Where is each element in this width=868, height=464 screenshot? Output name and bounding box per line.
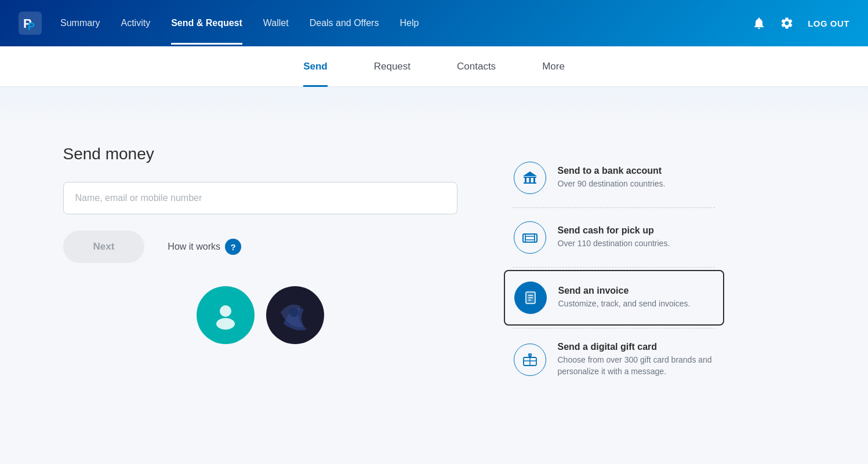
tab-more[interactable]: More xyxy=(542,46,565,87)
hero-strip xyxy=(0,87,868,122)
how-it-works-label: How it works xyxy=(168,242,220,252)
actions-row: Next How it works ? xyxy=(63,231,457,263)
svg-rect-8 xyxy=(525,178,526,182)
tab-contacts[interactable]: Contacts xyxy=(457,46,496,87)
right-panel: Send to a bank account Over 90 destinati… xyxy=(504,145,724,388)
bank-transfer-desc: Over 90 destination countries. xyxy=(558,178,666,190)
invoice-text: Send an invoice Customize, track, and se… xyxy=(558,286,691,310)
paypal-logo[interactable]: P P xyxy=(19,12,42,35)
svg-point-6 xyxy=(289,308,299,317)
separator-3 xyxy=(513,328,715,328)
logout-button[interactable]: LOG OUT xyxy=(808,19,849,28)
nav-links: Summary Activity Send & Request Wallet D… xyxy=(60,18,752,28)
bank-transfer-title: Send to a bank account xyxy=(558,166,666,176)
cash-pickup-title: Send cash for pick up xyxy=(558,225,670,236)
svg-point-4 xyxy=(216,318,235,330)
bank-transfer-text: Send to a bank account Over 90 destinati… xyxy=(558,166,666,190)
tab-send[interactable]: Send xyxy=(303,46,328,87)
page-title: Send money xyxy=(63,145,457,163)
service-invoice[interactable]: Send an invoice Customize, track, and se… xyxy=(504,270,724,326)
svg-marker-12 xyxy=(523,171,537,176)
separator-1 xyxy=(513,207,715,208)
nav-wallet[interactable]: Wallet xyxy=(263,18,289,28)
avatar-2[interactable] xyxy=(266,286,324,344)
invoice-desc: Customize, track, and send invoices. xyxy=(558,298,691,310)
main-content: Send money Next How it works ? xyxy=(28,122,840,411)
nav-summary[interactable]: Summary xyxy=(60,18,100,28)
sub-nav: Send Request Contacts More xyxy=(0,46,868,87)
cash-pickup-text: Send cash for pick up Over 110 destinati… xyxy=(558,225,670,250)
tab-request[interactable]: Request xyxy=(374,46,411,87)
top-nav: P P Summary Activity Send & Request Wall… xyxy=(0,0,868,46)
svg-rect-11 xyxy=(524,182,536,184)
cash-icon xyxy=(514,221,546,254)
svg-text:P: P xyxy=(28,21,35,32)
service-cash-pickup[interactable]: Send cash for pick up Over 110 destinati… xyxy=(504,210,724,265)
svg-rect-10 xyxy=(533,178,535,182)
nav-send-request[interactable]: Send & Request xyxy=(171,18,242,28)
service-bank-transfer[interactable]: Send to a bank account Over 90 destinati… xyxy=(504,151,724,205)
avatar-1[interactable] xyxy=(197,286,255,344)
help-icon: ? xyxy=(225,239,241,255)
nav-right-icons: LOG OUT xyxy=(752,16,849,30)
gift-card-title: Send a digital gift card xyxy=(558,342,714,352)
nav-deals[interactable]: Deals and Offers xyxy=(310,18,379,28)
gift-card-desc: Choose from over 300 gift card brands an… xyxy=(558,355,714,377)
notifications-button[interactable] xyxy=(752,16,766,30)
nav-help[interactable]: Help xyxy=(400,18,419,28)
settings-button[interactable] xyxy=(780,16,794,30)
gift-icon xyxy=(514,344,546,376)
recipient-input[interactable] xyxy=(63,182,457,214)
svg-rect-14 xyxy=(525,236,535,240)
nav-activity[interactable]: Activity xyxy=(121,18,150,28)
separator-2 xyxy=(513,267,715,268)
gift-card-text: Send a digital gift card Choose from ove… xyxy=(558,342,714,377)
invoice-icon xyxy=(514,282,547,314)
bank-icon xyxy=(514,162,546,194)
cash-pickup-desc: Over 110 destination countries. xyxy=(558,238,670,250)
invoice-title: Send an invoice xyxy=(558,286,691,296)
svg-point-3 xyxy=(220,305,231,317)
how-it-works-link[interactable]: How it works ? xyxy=(168,239,241,255)
next-button[interactable]: Next xyxy=(63,231,145,263)
service-gift-card[interactable]: Send a digital gift card Choose from ove… xyxy=(504,331,724,388)
left-panel: Send money Next How it works ? xyxy=(63,145,457,388)
recent-contacts xyxy=(63,286,457,344)
svg-rect-9 xyxy=(529,178,531,182)
svg-rect-7 xyxy=(524,177,536,178)
